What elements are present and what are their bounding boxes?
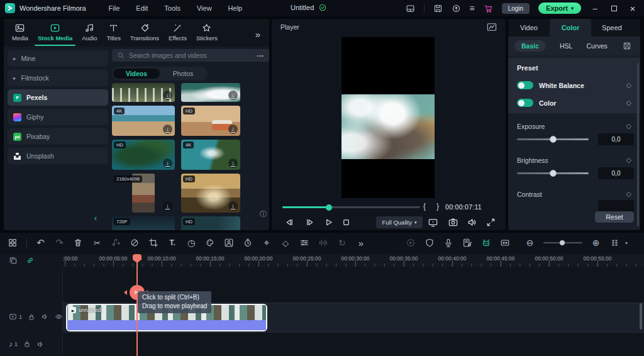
timer-icon[interactable] bbox=[243, 238, 253, 248]
sidebar-item-filmstock[interactable]: ▸ Filmstock bbox=[8, 70, 108, 86]
stock-thumbnail-beach[interactable]: 4K ↓ bbox=[112, 106, 175, 136]
zoom-out-icon[interactable]: ⊖ bbox=[525, 238, 535, 248]
auto-ripple-icon[interactable] bbox=[130, 238, 140, 248]
menu-file[interactable]: File bbox=[109, 4, 120, 12]
stock-thumbnail-waves[interactable]: ↓ bbox=[181, 83, 240, 102]
search-bar[interactable]: ••• bbox=[112, 49, 269, 62]
fit-timeline-icon[interactable] bbox=[499, 238, 510, 248]
keyframe-diamond-icon[interactable]: ◇ bbox=[626, 156, 631, 164]
more-tools-icon[interactable]: » bbox=[355, 238, 366, 248]
audio-stretch-icon[interactable] bbox=[318, 238, 329, 248]
render-preview-icon[interactable] bbox=[405, 238, 416, 248]
mirror-display-icon[interactable] bbox=[428, 217, 438, 228]
fullscreen-icon[interactable] bbox=[486, 217, 496, 228]
inspector-scrollbar[interactable] bbox=[637, 63, 639, 226]
timeline-zoom-slider[interactable] bbox=[543, 242, 582, 243]
exposure-value[interactable]: 0,0 bbox=[598, 133, 634, 145]
layout-icon[interactable] bbox=[406, 4, 415, 13]
project-title[interactable]: Untitled bbox=[291, 4, 314, 11]
subtab-hsl[interactable]: HSL bbox=[560, 42, 572, 50]
preview-canvas[interactable] bbox=[341, 37, 435, 198]
download-icon[interactable]: ↓ bbox=[228, 91, 238, 100]
keyframe-diamond-icon[interactable]: ◇ bbox=[626, 122, 631, 130]
tab-media[interactable]: Media bbox=[10, 22, 30, 42]
redo-icon[interactable]: ↷ bbox=[54, 238, 65, 248]
subtab-curves[interactable]: Curves bbox=[586, 42, 607, 50]
sidebar-item-giphy[interactable]: Giphy bbox=[8, 109, 108, 125]
save-preset-icon[interactable] bbox=[623, 42, 631, 50]
shield-icon[interactable] bbox=[424, 238, 435, 248]
sidebar-item-unsplash[interactable]: Unsplash bbox=[8, 148, 108, 164]
download-icon[interactable]: ↓ bbox=[228, 201, 238, 211]
info-icon[interactable]: ⓘ bbox=[260, 209, 267, 219]
color-palette-icon[interactable] bbox=[205, 238, 216, 248]
sidebar-item-mine[interactable]: ▸ Mine bbox=[8, 50, 108, 67]
search-input[interactable] bbox=[129, 52, 253, 59]
search-options-icon[interactable]: ••• bbox=[257, 53, 264, 58]
progress-track[interactable] bbox=[282, 206, 420, 208]
minimize-button[interactable]: – bbox=[590, 4, 600, 13]
sidebar-collapse-icon[interactable]: ‹ bbox=[94, 214, 97, 223]
tab-photos[interactable]: Photos bbox=[160, 69, 206, 79]
download-icon[interactable]: ↓ bbox=[163, 201, 172, 211]
exposure-slider[interactable] bbox=[517, 138, 589, 140]
keyframe-diamond-icon[interactable]: ◇ bbox=[626, 99, 631, 107]
lock-icon[interactable] bbox=[23, 340, 31, 348]
menu-help[interactable]: Help bbox=[228, 4, 243, 12]
ai-assistant-icon[interactable] bbox=[480, 238, 491, 248]
stock-thumbnail-palm[interactable]: HD ↓ bbox=[112, 140, 175, 170]
lock-icon[interactable] bbox=[28, 313, 35, 321]
tab-effects[interactable]: Effects bbox=[167, 22, 189, 42]
stock-thumbnail-storm[interactable]: HD bbox=[181, 216, 240, 230]
smart-cutout-icon[interactable] bbox=[224, 238, 235, 248]
mute-icon[interactable] bbox=[36, 340, 45, 348]
detach-audio-icon[interactable] bbox=[111, 238, 121, 248]
download-icon[interactable]: ↓ bbox=[163, 159, 172, 168]
play-icon[interactable] bbox=[323, 217, 334, 228]
color-toggle[interactable] bbox=[517, 99, 533, 107]
more-tabs-icon[interactable]: » bbox=[255, 29, 260, 40]
split-scissors-icon[interactable]: ✂ bbox=[92, 238, 103, 248]
sidebar-item-pixabay[interactable]: px Pixabay bbox=[8, 128, 108, 145]
mark-in-icon[interactable]: { bbox=[423, 202, 426, 211]
delete-icon[interactable] bbox=[73, 238, 84, 248]
brightness-slider[interactable] bbox=[517, 172, 589, 174]
stock-thumbnail-coast[interactable]: 4K ↓ bbox=[181, 140, 240, 170]
tab-speed[interactable]: Speed bbox=[591, 19, 633, 36]
adjustment-icon[interactable] bbox=[299, 238, 310, 248]
exposure-knob[interactable] bbox=[550, 136, 557, 143]
stock-thumbnail-waterfall[interactable]: ↓ bbox=[112, 83, 175, 102]
sidebar-item-pexels[interactable]: P Pexels bbox=[8, 89, 108, 106]
download-icon[interactable]: ↓ bbox=[163, 91, 172, 100]
speed-ramp-icon[interactable]: ↻ bbox=[336, 238, 347, 248]
mark-out-icon[interactable]: } bbox=[436, 202, 439, 211]
menu-view[interactable]: View bbox=[197, 4, 212, 12]
subtab-basic[interactable]: Basic bbox=[514, 40, 546, 52]
track-manager-chevron-icon[interactable]: ▾ bbox=[625, 240, 628, 246]
keyframe-diamond-icon[interactable]: ◇ bbox=[626, 81, 631, 89]
templates-icon[interactable] bbox=[8, 238, 18, 248]
download-icon[interactable]: ↓ bbox=[163, 125, 172, 134]
eye-icon[interactable] bbox=[55, 313, 63, 321]
tab-videos[interactable]: Videos bbox=[113, 69, 160, 79]
tab-titles[interactable]: Titles bbox=[105, 22, 123, 42]
tab-transitions[interactable]: Transitions bbox=[128, 22, 161, 42]
upload-icon[interactable] bbox=[452, 4, 461, 13]
track-manager-icon[interactable] bbox=[609, 238, 620, 248]
brightness-knob[interactable] bbox=[550, 170, 557, 177]
cart-icon[interactable] bbox=[484, 4, 493, 13]
stop-icon[interactable] bbox=[341, 217, 352, 228]
white-balance-toggle[interactable] bbox=[517, 81, 533, 89]
snapshot-icon[interactable] bbox=[448, 217, 458, 228]
reset-button[interactable]: Reset bbox=[595, 211, 634, 223]
hamburger-menu-icon[interactable]: ≡ bbox=[470, 3, 475, 13]
crop-icon[interactable] bbox=[148, 238, 159, 248]
scopes-icon[interactable] bbox=[487, 23, 497, 31]
link-icon[interactable] bbox=[26, 256, 35, 265]
mute-icon[interactable] bbox=[41, 313, 49, 321]
text-tool-icon[interactable]: T. bbox=[167, 238, 178, 248]
brightness-value[interactable]: 0,0 bbox=[598, 167, 634, 179]
contrast-value[interactable] bbox=[598, 200, 634, 212]
stock-thumbnail-van[interactable]: HD ↓ bbox=[181, 106, 240, 136]
quality-selector[interactable]: Full Quality ▾ bbox=[376, 216, 423, 228]
